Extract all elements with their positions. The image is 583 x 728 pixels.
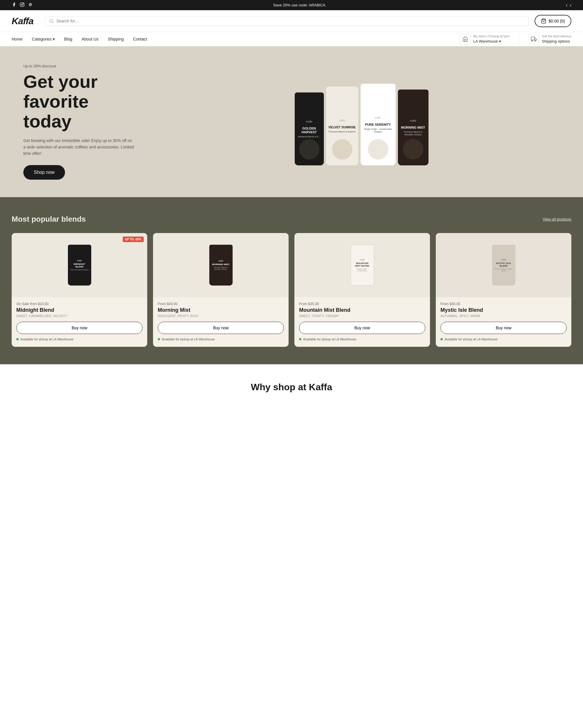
buy-now-midnight[interactable]: Buy now xyxy=(16,322,142,334)
nav-item-home[interactable]: Home xyxy=(12,37,23,42)
search-icon xyxy=(49,19,54,23)
shop-now-button[interactable]: Shop now xyxy=(23,165,65,180)
hero-bag-morning-mist: Kaffa MORNING MIST Premium Blend of Braz… xyxy=(398,89,428,165)
product-tags-morning: INDULGENT, FRUITY, RICH xyxy=(158,314,284,318)
product-info-morning: From $43.00 Morning Mist INDULGENT, FRUI… xyxy=(153,302,288,318)
svg-point-7 xyxy=(532,40,533,41)
section-title: Most popular blends xyxy=(12,215,86,224)
hero-bag-golden-harvest: Kaffa GOLDEN HARVEST Artisanal Blend of … xyxy=(295,93,324,165)
product-bag-morning: Kaffa MORNING MIST Premium Blend of Braz… xyxy=(209,245,232,286)
hero-title: Get your favorite today xyxy=(23,72,163,132)
product-tags-mystic: AUTUMNAL, SPICY, WARM xyxy=(441,314,567,318)
delivery-value: Shipping options xyxy=(542,39,571,44)
pickup-dot-mountain xyxy=(299,338,301,340)
hero-content: Up to 30% discount Get your favorite tod… xyxy=(23,64,163,180)
cart-button[interactable]: $0.00 (0) xyxy=(535,15,571,27)
svg-point-2 xyxy=(23,3,23,4)
product-name-morning: Morning Mist xyxy=(158,307,284,313)
pickup-mountain: Available for pickup at LA Warehouse xyxy=(295,337,430,341)
why-section: Why shop at Kaffa xyxy=(0,364,583,410)
product-name-midnight: Midnight Blend xyxy=(16,307,142,313)
svg-rect-0 xyxy=(20,3,24,6)
product-tags-midnight: SWEET, CARAMELIZED, VELVETY xyxy=(16,314,142,318)
nav-item-shipping[interactable]: Shipping xyxy=(108,37,124,42)
product-card-midnight-blend: UP TO -25% Kaffa MIDNIGHT BLEND Premium … xyxy=(12,233,147,347)
product-name-mountain: Mountain Mist Blend xyxy=(299,307,425,313)
product-price-midnight: On Sale from $10.00 xyxy=(16,302,142,306)
store-label: My store | Closing at 5pm xyxy=(473,34,510,38)
pickup-dot xyxy=(16,338,19,340)
product-info-mountain: From $35.00 Mountain Mist Blend SWEET, T… xyxy=(295,302,430,318)
pinterest-icon[interactable] xyxy=(28,2,33,8)
delivery-label: Get the best delivery xyxy=(542,34,571,38)
nav-right: My store | Closing at 5pm LA Warehouse ▾… xyxy=(460,33,571,45)
delivery-info[interactable]: Get the best delivery Shipping options xyxy=(528,34,571,44)
svg-point-3 xyxy=(50,19,53,23)
announcement-nav-arrows: ‹ › xyxy=(566,3,571,8)
buy-now-mystic[interactable]: Buy now xyxy=(441,322,567,334)
hero-badge: Up to 30% discount xyxy=(23,64,163,68)
pickup-midnight: Available for pickup at LA Warehouse xyxy=(12,337,147,341)
pickup-dot-morning xyxy=(158,338,160,340)
product-image-mystic: Kaffa MYSTIC ISLE BLEND Premium Blend Gr… xyxy=(436,233,571,297)
product-price-mystic: From $30.00 xyxy=(441,302,567,306)
hero-image: Kaffa GOLDEN HARVEST Artisanal Blend of … xyxy=(163,78,560,165)
product-card-mystic-isle: Kaffa MYSTIC ISLE BLEND Premium Blend Gr… xyxy=(436,233,571,347)
nav-divider xyxy=(519,33,519,45)
product-bag-midnight: Kaffa MIDNIGHT BLEND Premium Blend Arabi… xyxy=(68,245,91,286)
hero-bag-velvet-sunrise: Kaffa VELVET SUNRISE Premium Blend of Ar… xyxy=(326,87,358,165)
nav-bar: Home Categories ▾ Blog About Us Shipping… xyxy=(0,32,583,46)
cart-icon xyxy=(541,18,546,24)
pickup-morning: Available for pickup at LA Warehouse xyxy=(153,337,288,341)
popular-section: Most popular blends View all products UP… xyxy=(0,197,583,364)
delivery-icon xyxy=(528,34,539,44)
product-card-mountain-mist: Kaffa MOUNTAIN MIST BLEND Single Origin … xyxy=(295,233,430,347)
pickup-mystic: Available for pickup at LA Warehouse xyxy=(436,337,571,341)
product-info-midnight: On Sale from $10.00 Midnight Blend SWEET… xyxy=(12,302,147,318)
buy-now-morning[interactable]: Buy now xyxy=(158,322,284,334)
view-all-link[interactable]: View all products xyxy=(543,217,571,222)
svg-marker-6 xyxy=(535,38,536,40)
buy-now-mountain[interactable]: Buy now xyxy=(299,322,425,334)
svg-rect-5 xyxy=(531,37,535,40)
announcement-next-btn[interactable]: › xyxy=(570,3,571,8)
nav-item-categories[interactable]: Categories ▾ xyxy=(32,37,55,42)
product-bag-mystic: Kaffa MYSTIC ISLE BLEND Premium Blend Gr… xyxy=(492,245,516,286)
product-price-mountain: From $35.00 xyxy=(299,302,425,306)
hero-section: Up to 30% discount Get your favorite tod… xyxy=(0,46,583,197)
chevron-down-icon: ▾ xyxy=(499,39,501,44)
product-card-morning-mist: Kaffa MORNING MIST Premium Blend of Braz… xyxy=(153,233,288,347)
products-grid: UP TO -25% Kaffa MIDNIGHT BLEND Premium … xyxy=(12,233,571,347)
header: Kaffa $0.00 (0) xyxy=(0,10,583,32)
search-input[interactable] xyxy=(56,19,524,23)
product-image-midnight: UP TO -25% Kaffa MIDNIGHT BLEND Premium … xyxy=(12,233,147,297)
section-header: Most popular blends View all products xyxy=(12,215,571,224)
product-info-mystic: From $30.00 Mystic Isle Blend AUTUMNAL, … xyxy=(436,302,571,318)
chevron-down-icon: ▾ xyxy=(53,37,55,42)
product-tags-mountain: SWEET, TOASTY, CREAMY xyxy=(299,314,425,318)
product-bag-mountain: Kaffa MOUNTAIN MIST BLEND Single Origin … xyxy=(351,245,374,286)
announcement-bar: Save 20% use code: ARABICA ‹ › xyxy=(0,0,583,10)
hero-description: Get brewing with our irresistible sale! … xyxy=(23,137,134,157)
product-image-morning: Kaffa MORNING MIST Premium Blend of Braz… xyxy=(153,233,288,297)
announcement-text: Save 20% use code: ARABICA xyxy=(33,3,566,7)
logo[interactable]: Kaffa xyxy=(12,16,33,27)
sale-badge: UP TO -25% xyxy=(123,237,144,242)
nav-item-contact[interactable]: Contact xyxy=(133,37,147,42)
nav-item-about[interactable]: About Us xyxy=(82,37,99,42)
svg-point-8 xyxy=(535,40,536,41)
store-icon xyxy=(460,34,470,44)
announcement-prev-btn[interactable]: ‹ xyxy=(566,3,567,8)
svg-point-1 xyxy=(21,4,23,5)
product-image-mountain: Kaffa MOUNTAIN MIST BLEND Single Origin … xyxy=(295,233,430,297)
product-price-morning: From $43.00 xyxy=(158,302,284,306)
facebook-icon[interactable] xyxy=(12,2,16,8)
instagram-icon[interactable] xyxy=(20,2,25,8)
nav-item-blog[interactable]: Blog xyxy=(64,37,72,42)
store-info[interactable]: My store | Closing at 5pm LA Warehouse ▾ xyxy=(460,34,510,44)
search-bar[interactable] xyxy=(45,16,529,26)
product-name-mystic: Mystic Isle Blend xyxy=(441,307,567,313)
store-value: LA Warehouse ▾ xyxy=(473,39,510,44)
social-icons xyxy=(12,2,33,8)
cart-total: $0.00 (0) xyxy=(549,19,565,23)
